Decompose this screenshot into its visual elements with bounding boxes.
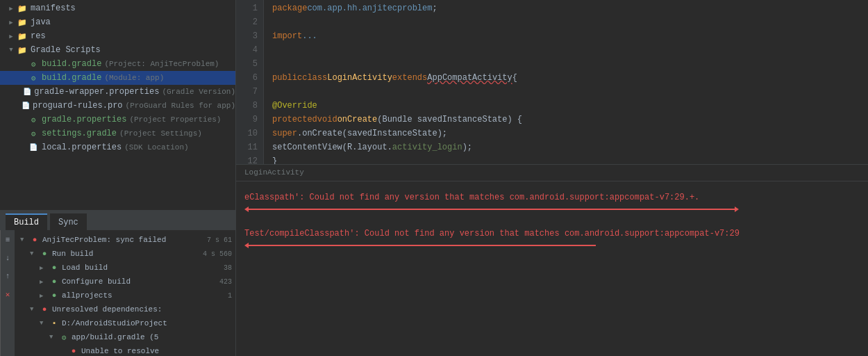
code-token: com.app.hh.anjitecproblem: [307, 1, 432, 15]
code-token: onCreate: [337, 113, 378, 127]
tree-label: java: [31, 17, 51, 27]
build-item[interactable]: ▼▪D:/AndroidStudioProject: [15, 316, 235, 330]
tree-item-manifests[interactable]: ▶📁manifests: [0, 1, 235, 15]
tree-item-res[interactable]: ▶📁res: [0, 29, 235, 43]
build-status-icon: ●: [49, 264, 59, 272]
build-status-icon: ●: [69, 347, 78, 355]
build-label: allprojects: [62, 291, 112, 300]
code-token: activity_login: [392, 140, 462, 154]
tree-item-gradle-properties[interactable]: ⚙gradle.properties (Project Properties): [0, 113, 235, 127]
code-line: protected void onCreate(Bundle savedInst…: [272, 113, 860, 127]
build-tree: ▼●AnjiTecProblem: sync failed7 s 61 ms▼●…: [15, 230, 235, 356]
line-number: 2: [236, 15, 258, 29]
tab-sync[interactable]: Sync: [50, 213, 87, 230]
line-number: 1: [236, 1, 258, 15]
code-line: setContentView(R.layout.activity_login);: [272, 140, 860, 154]
close-icon[interactable]: ✕: [1, 287, 15, 301]
build-status-icon: ●: [40, 305, 49, 314]
sidebar: ▶📁manifests▶📁java▶📁res▼📁Gradle Scripts⚙b…: [0, 0, 236, 356]
tree-label-secondary: (Project Properties): [129, 115, 221, 124]
line-number: 9: [236, 113, 258, 127]
build-arrow: ▶: [40, 278, 49, 286]
build-item[interactable]: ▼●Unresolved dependencies:: [15, 302, 235, 316]
tree-item-gradle-wrapper[interactable]: 📄gradle-wrapper.properties (Gradle Versi…: [0, 85, 235, 99]
tree-item-proguard-rules[interactable]: 📄proguard-rules.pro (ProGuard Rules for …: [0, 99, 235, 113]
tree-label: res: [31, 31, 46, 41]
build-arrow: ▼: [40, 320, 49, 327]
code-area[interactable]: package com.app.hh.anjitecproblem;import…: [264, 0, 868, 164]
down-icon[interactable]: ↓: [1, 251, 15, 265]
error-message-2: Test/compileClasspath': Could not find a…: [244, 226, 860, 241]
code-token: import: [272, 29, 302, 43]
tree-icon: ⚙: [28, 128, 39, 139]
code-line: [272, 43, 860, 57]
editor-area: 1234567891011121314 package com.app.hh.a…: [236, 0, 868, 356]
code-token: class: [302, 71, 327, 85]
code-token: void: [317, 113, 337, 127]
build-arrow: ▶: [40, 292, 49, 300]
build-item[interactable]: ▼●AnjiTecProblem: sync failed7 s 61 ms: [15, 233, 235, 247]
tree-item-build-gradle-project[interactable]: ⚙build.gradle (Project: AnjiTecProblem): [0, 57, 235, 71]
tree-item-build-gradle-module[interactable]: ⚙build.gradle (Module: app): [0, 71, 235, 85]
line-number: 7: [236, 85, 258, 99]
tree-arrow: ▶: [6, 5, 17, 13]
code-token: AppCompatActivity: [427, 71, 512, 85]
build-time: 38 ms: [224, 264, 235, 272]
line-number: 5: [236, 57, 258, 71]
up-icon[interactable]: ↑: [1, 269, 15, 283]
build-label: app/build.gradle (5: [72, 333, 158, 341]
side-icons: ≡↓↑✕: [0, 230, 15, 356]
output-panel: eClasspath': Could not find any version …: [236, 181, 868, 357]
tree-icon: ⚙: [28, 58, 39, 70]
line-numbers: 1234567891011121314: [236, 0, 264, 164]
build-time: 7 s 61 ms: [207, 236, 235, 244]
tree-item-settings-gradle[interactable]: ⚙settings.gradle (Project Settings): [0, 127, 235, 140]
build-label: Unresolved dependencies:: [52, 305, 162, 314]
spacer: [244, 218, 860, 226]
code-token: @Override: [272, 99, 317, 113]
tree-item-local-properties[interactable]: 📄local.properties (SDK Location): [0, 140, 235, 154]
tab-build[interactable]: Build: [6, 213, 47, 230]
build-status-icon: ●: [30, 236, 40, 244]
build-status-icon: ⚙: [59, 333, 69, 342]
error-line-bar-2: [249, 245, 596, 246]
error-message-1: eClasspath': Could not find any version …: [244, 187, 860, 205]
build-time: 1 ms: [228, 292, 235, 300]
file-tree: ▶📁manifests▶📁java▶📁res▼📁Gradle Scripts⚙b…: [0, 0, 235, 210]
build-label: D:/AndroidStudioProject: [62, 319, 167, 327]
tree-icon: 📁: [17, 17, 28, 28]
code-token: );: [462, 140, 472, 154]
code-line: @Override: [272, 99, 860, 113]
code-token: }: [272, 154, 277, 164]
build-arrow: ▼: [49, 334, 59, 341]
tree-icon: 📁: [17, 3, 28, 14]
tree-icon: ⚙: [28, 72, 39, 83]
tree-label: manifests: [31, 3, 76, 13]
build-item[interactable]: ●Unable to resolve: [15, 344, 235, 356]
build-arrow: ▼: [30, 250, 40, 257]
tree-label: proguard-rules.pro: [33, 101, 123, 111]
tree-label: build.gradle: [42, 59, 101, 69]
tree-icon: 📁: [17, 44, 28, 56]
build-item[interactable]: ▼⚙app/build.gradle (5: [15, 330, 235, 344]
breadcrumb-label: LoginActivity: [244, 168, 304, 177]
tree-item-java[interactable]: ▶📁java: [0, 15, 235, 29]
tree-item-gradle-scripts[interactable]: ▼📁Gradle Scripts: [0, 43, 235, 57]
tree-label: build.gradle: [42, 73, 101, 83]
main-area: ▶📁manifests▶📁java▶📁res▼📁Gradle Scripts⚙b…: [0, 0, 868, 356]
tree-icon: 📁: [17, 31, 28, 42]
line-number: 8: [236, 99, 258, 113]
build-item[interactable]: ▼●Run build4 s 560 ms: [15, 247, 235, 261]
code-line: [272, 57, 860, 71]
editor-content: 1234567891011121314 package com.app.hh.a…: [236, 0, 868, 164]
build-item[interactable]: ▶●Configure build423 ms: [15, 275, 235, 289]
list-icon[interactable]: ≡: [1, 233, 15, 247]
tree-icon: 📄: [28, 142, 39, 153]
build-item[interactable]: ▶●Load build38 ms: [15, 261, 235, 275]
tree-label: local.properties: [42, 143, 122, 152]
code-token: package: [272, 1, 307, 15]
build-status-icon: ●: [40, 250, 49, 258]
tree-label: gradle-wrapper.properties: [34, 87, 159, 97]
build-item[interactable]: ▶●allprojects1 ms: [15, 289, 235, 302]
tree-icon: 📄: [22, 100, 30, 111]
